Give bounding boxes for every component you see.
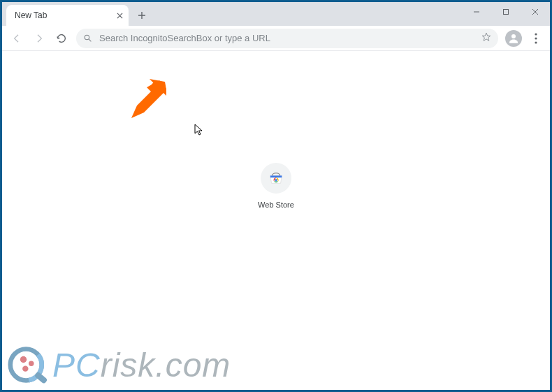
new-tab-button[interactable] — [133, 6, 151, 24]
svg-point-1 — [85, 35, 89, 40]
browser-tab[interactable]: New Tab — [6, 5, 129, 26]
address-bar-placeholder: Search IncognitoSearchBox or type a URL — [99, 33, 270, 43]
svg-point-15 — [20, 356, 27, 363]
svg-marker-9 — [147, 80, 166, 96]
svg-rect-0 — [504, 10, 509, 15]
svg-marker-12 — [150, 79, 166, 97]
maximize-button[interactable] — [491, 2, 521, 22]
cursor-icon — [194, 124, 204, 136]
window-controls — [462, 2, 550, 22]
svg-point-16 — [29, 361, 34, 366]
svg-point-3 — [535, 33, 537, 35]
svg-marker-10 — [148, 80, 166, 92]
minimize-button[interactable] — [462, 2, 491, 22]
address-bar[interactable]: Search IncognitoSearchBox or type a URL — [76, 29, 498, 48]
close-window-button[interactable] — [521, 2, 550, 22]
watermark-text: PCrisk.com — [52, 346, 231, 384]
profile-avatar[interactable] — [505, 30, 522, 47]
svg-point-2 — [511, 34, 516, 38]
webstore-icon — [261, 163, 291, 194]
svg-point-7 — [275, 179, 277, 181]
svg-point-17 — [22, 365, 28, 371]
reload-button[interactable] — [51, 28, 72, 49]
annotation-arrow-icon — [124, 79, 166, 124]
search-icon — [83, 34, 92, 43]
menu-button[interactable] — [526, 33, 546, 44]
svg-marker-8 — [152, 82, 165, 93]
watermark: PCrisk.com — [8, 344, 231, 386]
back-button[interactable] — [6, 28, 27, 49]
close-tab-icon[interactable] — [117, 10, 123, 21]
forward-button[interactable] — [29, 28, 50, 49]
shortcut-webstore[interactable]: Web Store — [258, 163, 294, 209]
shortcut-label: Web Store — [258, 201, 294, 209]
watermark-logo-icon — [8, 344, 50, 386]
tab-title: New Tab — [15, 10, 47, 20]
toolbar: Search IncognitoSearchBox or type a URL — [2, 26, 550, 51]
svg-point-4 — [535, 37, 537, 39]
svg-point-5 — [535, 41, 537, 43]
page-content: Web Store PCrisk.com — [2, 51, 550, 390]
svg-marker-11 — [131, 85, 165, 118]
annotation-arrow-icon — [124, 80, 166, 122]
titlebar: New Tab — [2, 2, 550, 26]
bookmark-star-icon[interactable] — [481, 32, 491, 44]
